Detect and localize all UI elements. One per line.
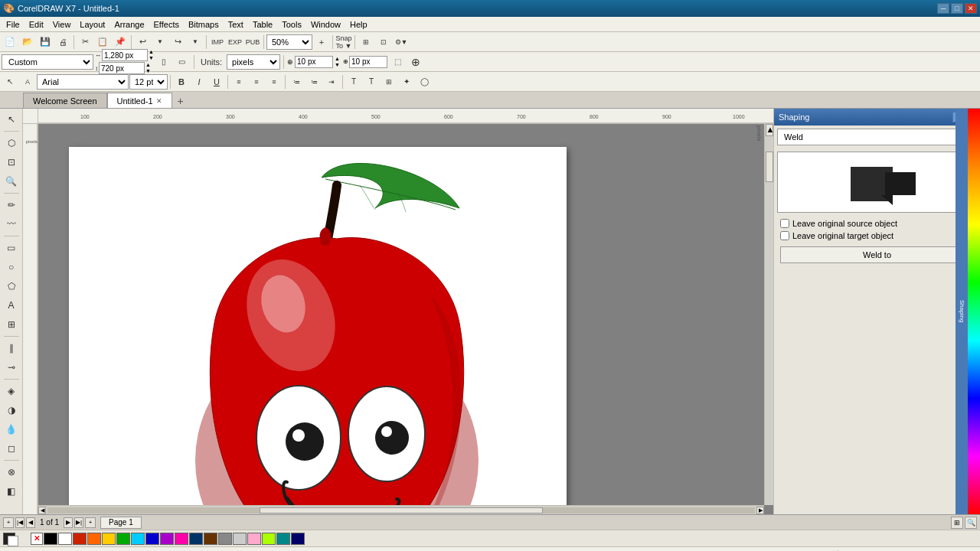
font-combo[interactable]: Arial Times New Roman Verdana: [37, 74, 129, 90]
export-button[interactable]: EXP: [227, 34, 243, 51]
width-input[interactable]: [102, 49, 148, 61]
swatch-purple[interactable]: [160, 533, 174, 545]
add-tab-button[interactable]: +: [174, 94, 188, 108]
swatch-black[interactable]: [44, 533, 57, 545]
leave-target-checkbox[interactable]: [780, 231, 789, 240]
vscroll-thumb[interactable]: [766, 152, 773, 182]
align-right-button[interactable]: ≡: [266, 73, 283, 90]
portrait-button[interactable]: ▯: [155, 54, 172, 70]
paste-button[interactable]: 📌: [112, 34, 129, 51]
swatch-white[interactable]: [58, 533, 72, 545]
blend-tool[interactable]: ⊗: [2, 463, 21, 481]
next-page-button[interactable]: ▶: [64, 517, 73, 528]
menu-effects[interactable]: Effects: [149, 18, 184, 31]
italic-button[interactable]: I: [191, 73, 207, 90]
shaping-side-tab[interactable]: Shaping: [956, 109, 968, 514]
text-format-button[interactable]: T: [345, 73, 362, 90]
menu-view[interactable]: View: [48, 18, 76, 31]
tab-welcome[interactable]: Welcome Screen: [23, 93, 107, 108]
menu-edit[interactable]: Edit: [24, 18, 48, 31]
swatch-teal[interactable]: [276, 533, 290, 545]
swatch-cyan[interactable]: [131, 533, 145, 545]
height-up[interactable]: ▲: [145, 62, 151, 68]
tab-untitled1[interactable]: Untitled-1 ✕: [107, 93, 172, 108]
swatch-orange[interactable]: [87, 533, 101, 545]
height-input[interactable]: [99, 62, 145, 74]
page-tab[interactable]: Page 1: [100, 517, 142, 529]
swatch-pink[interactable]: [247, 533, 261, 545]
width-up[interactable]: ▲: [149, 49, 154, 55]
font-size-combo[interactable]: 12 pt 10 pt 14 pt 16 pt: [129, 74, 168, 90]
swatch-lightgray[interactable]: [233, 533, 247, 545]
width-spinners[interactable]: ▲ ▼: [149, 49, 154, 61]
hscroll-left-button[interactable]: ◀: [38, 507, 46, 514]
number-list-button[interactable]: ≔: [305, 73, 322, 90]
view2-button[interactable]: ⊡: [375, 34, 392, 51]
menu-bitmaps[interactable]: Bitmaps: [184, 18, 224, 31]
vscroll-up-button[interactable]: ▲: [766, 124, 773, 136]
swatch-lime[interactable]: [262, 533, 276, 545]
titlebar-minimize-button[interactable]: ─: [937, 3, 949, 14]
cut-button[interactable]: ✂: [77, 34, 93, 51]
print-button[interactable]: 🖨: [54, 34, 71, 51]
text-oval-button[interactable]: ◯: [416, 73, 433, 90]
align-center-button[interactable]: ≡: [248, 73, 265, 90]
swatch-blue[interactable]: [145, 533, 159, 545]
text-star-button[interactable]: ✦: [398, 73, 415, 90]
copy-button[interactable]: 📋: [94, 34, 111, 51]
parallel-tool[interactable]: ∥: [2, 339, 21, 357]
text-tool[interactable]: A: [2, 296, 21, 315]
shaping-operation-combo[interactable]: Weld Trim Intersect Simplify Front Minus…: [777, 129, 977, 145]
new-button[interactable]: 📄: [2, 34, 18, 51]
eraser-tool[interactable]: ◻: [2, 439, 21, 458]
swatch-red[interactable]: [73, 533, 87, 545]
hscroll-right-button[interactable]: ▶: [756, 507, 764, 514]
select-tool-button[interactable]: ↖: [2, 73, 18, 90]
bullet-list-button[interactable]: ≔: [288, 73, 305, 90]
crop-tool[interactable]: ⊡: [2, 153, 21, 171]
import-button[interactable]: IMP: [209, 34, 226, 51]
prev-page-button[interactable]: ◀: [26, 517, 35, 528]
titlebar-close-button[interactable]: ✕: [965, 3, 977, 14]
transform-button[interactable]: ⬚: [389, 54, 406, 70]
titlebar-controls[interactable]: ─ □ ✕: [937, 3, 977, 14]
swatch-magenta[interactable]: [175, 533, 188, 545]
swatch-brown[interactable]: [204, 533, 217, 545]
tab-close-icon[interactable]: ✕: [156, 97, 162, 105]
vertical-scrollbar[interactable]: ▲: [764, 124, 773, 505]
nudge-down[interactable]: ▼: [335, 62, 340, 68]
open-button[interactable]: 📂: [19, 34, 36, 51]
save-button[interactable]: 💾: [37, 34, 54, 51]
units-combo[interactable]: pixels inches mm cm: [227, 54, 280, 70]
undo-button[interactable]: ↩: [134, 34, 151, 51]
add-page-left-button[interactable]: +: [3, 517, 14, 528]
rect-tool[interactable]: ▭: [2, 239, 21, 257]
gradient-tool[interactable]: ◑: [2, 401, 21, 419]
menu-tools[interactable]: Tools: [277, 18, 306, 31]
redo-arrow[interactable]: ▼: [187, 34, 204, 51]
menu-file[interactable]: File: [2, 18, 24, 31]
view-button[interactable]: ⊞: [358, 34, 374, 51]
swatch-yellow[interactable]: [102, 533, 116, 545]
hscroll-thumb[interactable]: [260, 507, 543, 514]
color-gradient-strip[interactable]: [968, 109, 980, 514]
leave-source-checkbox[interactable]: [780, 219, 789, 228]
add-page-button[interactable]: ⊕: [407, 54, 424, 70]
document-size-combo[interactable]: Custom Letter A4: [2, 54, 93, 70]
nudge-up[interactable]: ▲: [335, 56, 340, 62]
text-align-button[interactable]: ⊞: [381, 73, 397, 90]
shadow-tool[interactable]: ◧: [2, 482, 21, 500]
fill-tool[interactable]: ◈: [2, 382, 21, 400]
swatch-navy[interactable]: [291, 533, 305, 545]
zoom-in-button[interactable]: +: [313, 34, 330, 51]
table-tool[interactable]: ⊞: [2, 315, 21, 334]
zoom-tool[interactable]: 🔍: [2, 172, 21, 191]
landscape-button[interactable]: ▭: [174, 54, 191, 70]
no-fill-swatch[interactable]: ✕: [31, 533, 43, 545]
redo-button[interactable]: ↪: [169, 34, 186, 51]
swatch-green[interactable]: [116, 533, 130, 545]
bold-button[interactable]: B: [173, 73, 190, 90]
publish-button[interactable]: PUB: [244, 34, 261, 51]
align-left-button[interactable]: ≡: [230, 73, 247, 90]
fill-preview[interactable]: [8, 536, 18, 546]
